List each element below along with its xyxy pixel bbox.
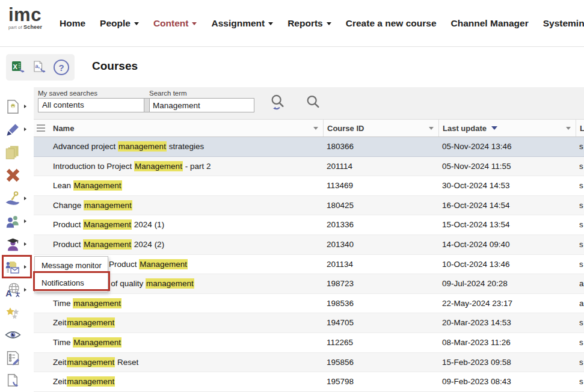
last-update-cell: 05-Nov-2024 11:55 xyxy=(442,157,511,176)
truncated-cell: a xyxy=(579,274,584,293)
sidebar-item-translate[interactable]: A xyxy=(1,280,32,300)
menu-item-notifications[interactable]: Notifications xyxy=(35,274,108,292)
table-row[interactable]: Time Management11226508-Mar-2023 11:26s xyxy=(34,333,584,353)
truncated-cell: s xyxy=(579,372,583,391)
logo-text: imc xyxy=(8,6,42,24)
course-id-cell: 198536 xyxy=(327,294,354,313)
row-menu-icon[interactable] xyxy=(37,124,45,133)
course-id-cell: 112265 xyxy=(327,333,353,352)
last-update-cell: 10-Oct-2024 13:46 xyxy=(442,255,510,274)
sidebar-item-assign-licence[interactable] xyxy=(1,188,32,209)
svg-text:X: X xyxy=(13,63,18,70)
name-cell: Time management xyxy=(53,294,121,313)
last-update-cell: 09-Feb-2023 08:43 xyxy=(442,372,511,391)
search-highlight: management xyxy=(67,317,115,328)
nav-item-label: Reports xyxy=(287,18,323,29)
nav-item-content[interactable]: Content xyxy=(153,18,197,29)
search-term-input[interactable] xyxy=(149,98,254,112)
table-row[interactable]: Product Management20113410-Oct-2024 13:4… xyxy=(34,255,584,275)
saved-searches-dropdown[interactable]: All contents xyxy=(38,98,159,112)
chevron-down-icon xyxy=(134,22,139,25)
sidebar-item-rating[interactable] xyxy=(1,302,32,323)
column-header-name[interactable]: Name xyxy=(34,120,324,136)
table-row[interactable]: Zeitmanagement19470520-Mar-2023 14:53s xyxy=(34,313,584,333)
sidebar-item-tutor[interactable] xyxy=(1,234,32,254)
nav-item-create-a-new-course[interactable]: Create a new course xyxy=(346,18,437,29)
table-row[interactable]: Product Management 2024 (1)20133615-Oct-… xyxy=(34,215,584,235)
course-id-cell: 180366 xyxy=(327,137,354,156)
sidebar-item-delete[interactable] xyxy=(1,165,32,185)
name-cell: Zeitmanagement xyxy=(53,313,115,332)
search-button[interactable] xyxy=(305,94,322,112)
last-update-cell: 30-Oct-2024 14:53 xyxy=(442,176,510,195)
sidebar-item-copy[interactable] xyxy=(1,142,32,162)
nav-item-home[interactable]: Home xyxy=(60,18,85,29)
search-highlight: management xyxy=(146,278,194,289)
nav-item-assignment[interactable]: Assignment xyxy=(211,18,273,29)
search-reset-button[interactable] xyxy=(269,94,286,112)
excel-export-button[interactable]: X xyxy=(11,60,27,75)
name-cell: Product Management 2024 (1) xyxy=(53,215,164,234)
flyout-arrow-icon xyxy=(24,242,26,246)
svg-text:a,: a, xyxy=(35,63,40,69)
action-sidebar: A xyxy=(0,87,34,392)
table-row[interactable]: Lean Management11346930-Oct-2024 14:53s xyxy=(34,176,584,196)
sidebar-item-messages[interactable] xyxy=(1,257,32,277)
truncated-cell: s xyxy=(579,313,583,332)
saved-searches-label: My saved searches xyxy=(38,90,97,97)
column-header-course-id[interactable]: Course ID xyxy=(323,120,439,136)
help-button[interactable]: ? xyxy=(54,60,69,75)
course-id-cell: 201134 xyxy=(327,255,353,274)
course-id-cell: 113469 xyxy=(327,176,353,195)
truncated-cell: s xyxy=(579,196,583,215)
column-header-truncated[interactable]: L xyxy=(576,120,584,136)
name-cell: Product Management 2024 (2) xyxy=(53,235,164,254)
name-cell: e of quality management xyxy=(104,274,194,293)
nav-item-people[interactable]: People xyxy=(100,18,139,29)
name-cell: Change management xyxy=(53,196,132,215)
nav-item-label: People xyxy=(100,18,131,29)
truncated-cell: s xyxy=(579,157,583,176)
sidebar-item-edit[interactable] xyxy=(1,119,32,139)
table-row[interactable]: Product Management 2024 (2)20134014-Oct-… xyxy=(34,235,584,255)
course-id-cell: 201340 xyxy=(327,235,354,254)
table-row[interactable]: Time management19853622-May-2024 23:17a xyxy=(34,294,584,314)
course-id-cell: 194705 xyxy=(327,313,354,332)
delete-icon xyxy=(4,167,21,183)
column-header-last-update[interactable]: Last update xyxy=(438,120,576,136)
imc-logo[interactable]: imc part of Scheer xyxy=(8,6,42,30)
name-cell: Time Management xyxy=(53,333,121,352)
filter-chevron-icon[interactable] xyxy=(429,127,434,130)
name-cell: Zeitmanagement xyxy=(53,372,115,391)
sidebar-item-participants[interactable] xyxy=(1,211,32,231)
menu-item-message-monitor[interactable]: Message monitor xyxy=(35,257,108,274)
table-row[interactable]: Zeitmanagement Reset19585615-Feb-2023 09… xyxy=(34,353,584,373)
table-row[interactable]: Change management18042516-Oct-2024 14:54… xyxy=(34,196,584,216)
sidebar-item-export[interactable] xyxy=(1,370,32,391)
text-export-button[interactable]: a, xyxy=(32,60,48,75)
table-row[interactable]: Zeitmanagement19579809-Feb-2023 08:43s xyxy=(34,372,584,392)
edit-icon xyxy=(4,121,21,138)
search-highlight: management xyxy=(73,298,121,308)
sidebar-item-preview[interactable] xyxy=(1,325,32,345)
messages-flyout-menu: Message monitorNotifications xyxy=(34,256,108,292)
search-term-label: Search term xyxy=(149,90,187,97)
table-row[interactable]: e of quality management19872309-Jul-2024… xyxy=(34,274,584,294)
svg-text:A: A xyxy=(5,289,12,298)
filter-chevron-icon[interactable] xyxy=(313,127,318,130)
sidebar-item-new-content[interactable] xyxy=(1,96,32,117)
nav-item-systeminfo[interactable]: Systeminfo xyxy=(543,18,584,29)
table-row[interactable]: Advanced project management strategies18… xyxy=(34,137,584,157)
sidebar-item-evaluation[interactable] xyxy=(1,348,32,368)
courses-table-body: Advanced project management strategies18… xyxy=(34,137,584,392)
course-id-cell: 201114 xyxy=(327,157,352,176)
search-highlight: management xyxy=(84,200,132,210)
nav-item-channel-manager[interactable]: Channel Manager xyxy=(451,18,529,29)
filter-chevron-icon[interactable] xyxy=(566,127,571,130)
rating-icon xyxy=(4,304,21,321)
nav-item-reports[interactable]: Reports xyxy=(287,18,331,29)
chevron-down-icon xyxy=(268,22,273,25)
table-row[interactable]: Introduction to Project Management - par… xyxy=(34,157,584,177)
flyout-arrow-icon xyxy=(24,219,26,223)
truncated-cell: s xyxy=(579,176,583,195)
